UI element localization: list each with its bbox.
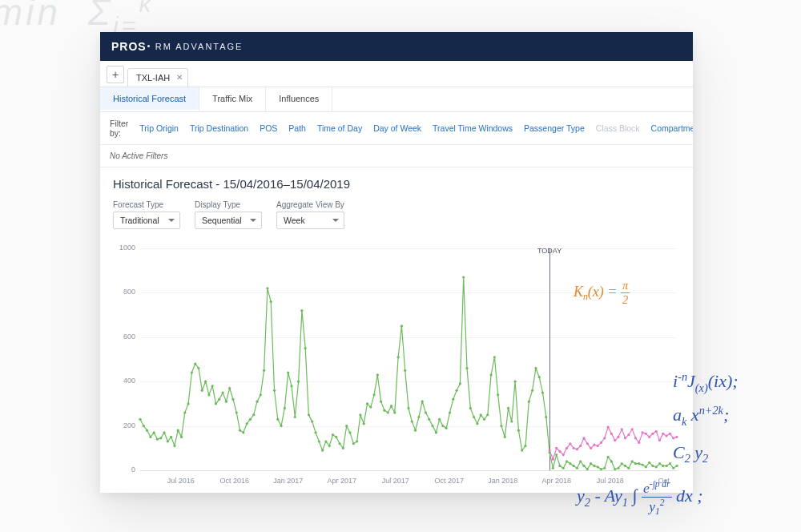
svg-point-182: [634, 437, 637, 439]
svg-point-139: [617, 467, 619, 470]
svg-point-80: [414, 429, 417, 432]
svg-point-113: [528, 401, 530, 403]
svg-point-110: [517, 429, 520, 432]
svg-point-68: [372, 393, 375, 396]
svg-point-33: [252, 413, 255, 416]
filter-travel-time-windows[interactable]: Travel Time Windows: [433, 123, 513, 133]
subtab-historical-forecast[interactable]: Historical Forecast: [100, 87, 199, 111]
aggregate-by-group: Aggregate View By Week: [276, 200, 344, 229]
svg-point-79: [411, 420, 413, 422]
display-type-label: Display Type: [195, 200, 262, 209]
svg-point-98: [476, 422, 478, 425]
controls-row: Forecast Type Traditional Display Type S…: [113, 200, 680, 229]
svg-point-54: [324, 440, 327, 442]
svg-point-150: [655, 466, 658, 468]
filter-class-block: Class Block: [596, 123, 640, 133]
svg-point-136: [607, 456, 610, 458]
filter-trip-origin[interactable]: Trip Origin: [139, 123, 179, 133]
svg-point-69: [376, 373, 379, 376]
filter-day-of-week[interactable]: Day of Week: [373, 123, 421, 133]
svg-point-76: [400, 324, 403, 327]
svg-point-74: [393, 411, 396, 413]
display-type-group: Display Type Sequential: [195, 200, 262, 229]
svg-point-174: [607, 425, 610, 428]
svg-point-173: [603, 437, 606, 439]
svg-point-36: [263, 369, 265, 372]
filter-trip-destination[interactable]: Trip Destination: [190, 123, 248, 133]
filter-path[interactable]: Path: [288, 123, 306, 133]
tab-txl-iah[interactable]: TXL-IAH ✕: [127, 68, 188, 87]
svg-point-189: [658, 439, 661, 441]
subtab-traffic-mix[interactable]: Traffic Mix: [199, 87, 266, 111]
filter-by-label: Filter by:: [110, 119, 128, 138]
svg-point-26: [228, 387, 231, 389]
svg-point-38: [270, 300, 272, 303]
filter-compartment[interactable]: Compartment: [651, 123, 693, 133]
svg-point-165: [576, 448, 578, 450]
svg-point-58: [339, 442, 341, 445]
svg-point-105: [500, 425, 502, 427]
display-type-select[interactable]: Sequential: [195, 212, 262, 229]
svg-point-106: [504, 436, 506, 438]
svg-point-143: [631, 460, 634, 462]
svg-point-84: [428, 418, 430, 421]
svg-point-120: [552, 467, 554, 470]
svg-point-145: [638, 462, 640, 465]
svg-point-45: [294, 416, 296, 418]
svg-point-65: [363, 422, 365, 425]
svg-point-87: [438, 418, 441, 421]
svg-point-176: [614, 439, 616, 441]
svg-point-118: [545, 416, 547, 418]
brand-logo: PROS: [111, 40, 147, 53]
svg-point-141: [624, 465, 626, 467]
svg-point-100: [483, 418, 485, 421]
svg-point-130: [586, 468, 589, 470]
svg-point-135: [603, 467, 606, 470]
historical-forecast-chart: 02004006008001000Jul 2016Oct 2016Jan 201…: [113, 240, 680, 486]
svg-point-2: [146, 429, 148, 432]
svg-point-47: [300, 309, 303, 312]
svg-point-86: [435, 431, 437, 433]
aggregate-by-label: Aggregate View By: [276, 200, 344, 209]
svg-point-123: [562, 467, 565, 470]
svg-point-170: [593, 444, 595, 446]
svg-point-122: [558, 465, 561, 467]
filter-passenger-type[interactable]: Passenger Type: [524, 123, 585, 133]
svg-point-60: [345, 425, 348, 427]
svg-point-146: [641, 463, 643, 466]
forecast-type-select[interactable]: Traditional: [113, 212, 180, 229]
svg-point-154: [669, 462, 671, 465]
svg-point-186: [648, 436, 650, 438]
aggregate-by-value: Week: [284, 216, 305, 225]
app-window: PROS RM ADVANTAGE + TXL-IAH ✕ Historical…: [100, 32, 693, 493]
forecast-type-value: Traditional: [120, 216, 159, 225]
svg-point-30: [242, 431, 244, 433]
svg-point-1: [143, 425, 145, 427]
add-tab-button[interactable]: +: [107, 66, 124, 83]
svg-point-40: [276, 418, 279, 421]
svg-point-34: [256, 401, 258, 403]
svg-point-187: [651, 433, 654, 435]
svg-point-19: [204, 381, 207, 383]
svg-point-15: [191, 372, 193, 374]
filter-pos[interactable]: POS: [260, 123, 277, 133]
svg-point-92: [456, 389, 458, 392]
svg-point-131: [590, 462, 592, 465]
filter-time-of-day[interactable]: Time of Day: [317, 123, 362, 133]
svg-point-63: [356, 440, 358, 442]
svg-point-183: [638, 441, 640, 444]
svg-point-14: [187, 402, 190, 405]
svg-point-73: [390, 405, 392, 407]
svg-point-41: [280, 425, 282, 427]
svg-point-18: [201, 389, 203, 392]
svg-point-91: [452, 398, 454, 401]
svg-point-138: [614, 468, 616, 470]
subtab-influences[interactable]: Influences: [266, 87, 332, 111]
svg-point-125: [569, 462, 571, 465]
chevron-down-icon: [250, 219, 256, 222]
svg-point-178: [621, 428, 623, 430]
svg-point-108: [510, 420, 513, 422]
svg-point-134: [600, 468, 602, 470]
aggregate-by-select[interactable]: Week: [276, 212, 344, 229]
close-icon[interactable]: ✕: [176, 73, 183, 82]
